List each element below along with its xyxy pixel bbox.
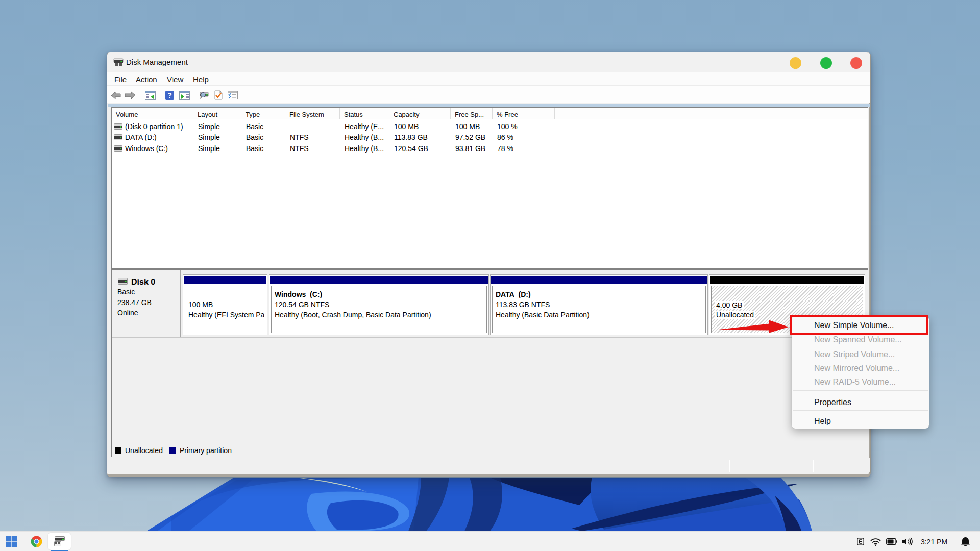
- svg-text:?: ?: [167, 91, 172, 99]
